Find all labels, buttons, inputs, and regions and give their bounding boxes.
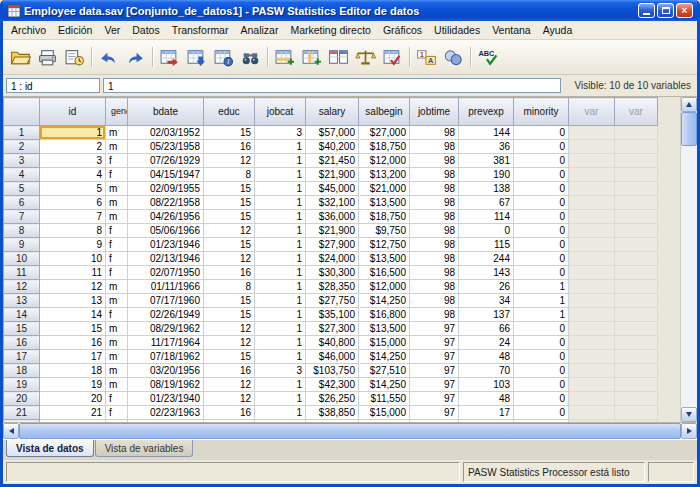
cell-14-var1[interactable] bbox=[569, 308, 615, 322]
minimize-button[interactable] bbox=[638, 3, 655, 18]
cell-1-educ[interactable]: 15 bbox=[204, 126, 255, 140]
cell-16-bdate[interactable]: 11/17/1964 bbox=[128, 336, 204, 350]
cell-9-prevexp[interactable]: 115 bbox=[459, 238, 514, 252]
cell-2-var1[interactable] bbox=[569, 140, 615, 154]
menu-item-ver[interactable]: Ver bbox=[98, 22, 126, 38]
cell-16-id[interactable]: 16 bbox=[40, 336, 106, 350]
row-header-18[interactable]: 18 bbox=[4, 364, 40, 378]
menu-item-archivo[interactable]: Archivo bbox=[5, 22, 52, 38]
cell-8-bdate[interactable]: 05/06/1966 bbox=[128, 224, 204, 238]
cell-8-prevexp[interactable]: 0 bbox=[459, 224, 514, 238]
cell-14-minority[interactable]: 1 bbox=[514, 308, 569, 322]
cell-2-gender[interactable]: m bbox=[106, 140, 128, 154]
cell-13-id[interactable]: 13 bbox=[40, 294, 106, 308]
cell-18-prevexp[interactable]: 70 bbox=[459, 364, 514, 378]
cell-4-var1[interactable] bbox=[569, 168, 615, 182]
cell-11-educ[interactable]: 16 bbox=[204, 266, 255, 280]
cell-18-jobcat[interactable]: 3 bbox=[255, 364, 306, 378]
cell-10-minority[interactable]: 0 bbox=[514, 252, 569, 266]
cell-14-gender[interactable]: f bbox=[106, 308, 128, 322]
cell-20-var1[interactable] bbox=[569, 392, 615, 406]
cell-5-var2[interactable] bbox=[615, 182, 658, 196]
cell-1-var1[interactable] bbox=[569, 126, 615, 140]
cell-6-gender[interactable]: m bbox=[106, 196, 128, 210]
scroll-down-button[interactable] bbox=[681, 407, 697, 422]
cell-16-jobcat[interactable]: 1 bbox=[255, 336, 306, 350]
cell-21-id[interactable]: 21 bbox=[40, 406, 106, 420]
cell-7-salbegin[interactable]: $18,750 bbox=[359, 210, 410, 224]
row-header-13[interactable]: 13 bbox=[4, 294, 40, 308]
find-button[interactable] bbox=[237, 44, 264, 70]
cell-19-var2[interactable] bbox=[615, 378, 658, 392]
cell-12-salbegin[interactable]: $12,000 bbox=[359, 280, 410, 294]
cell-9-minority[interactable]: 0 bbox=[514, 238, 569, 252]
cell-17-var1[interactable] bbox=[569, 350, 615, 364]
cell-7-prevexp[interactable]: 114 bbox=[459, 210, 514, 224]
cell-17-jobtime[interactable]: 97 bbox=[410, 350, 459, 364]
insert-variable-button[interactable] bbox=[298, 44, 325, 70]
cell-9-salary[interactable]: $27,900 bbox=[306, 238, 359, 252]
cell-9-jobcat[interactable]: 1 bbox=[255, 238, 306, 252]
cell-8-id[interactable]: 8 bbox=[40, 224, 106, 238]
column-header-minority[interactable]: minority bbox=[514, 98, 569, 126]
cell-7-gender[interactable]: m bbox=[106, 210, 128, 224]
menu-item-ayuda[interactable]: Ayuda bbox=[537, 22, 579, 38]
cell-15-var1[interactable] bbox=[569, 322, 615, 336]
cell-10-educ[interactable]: 12 bbox=[204, 252, 255, 266]
horizontal-scrollbar[interactable] bbox=[3, 422, 697, 439]
row-header-10[interactable]: 10 bbox=[4, 252, 40, 266]
cell-15-salary[interactable]: $27,300 bbox=[306, 322, 359, 336]
cell-2-minority[interactable]: 0 bbox=[514, 140, 569, 154]
cell-18-salbegin[interactable]: $27,510 bbox=[359, 364, 410, 378]
cell-15-salbegin[interactable]: $13,500 bbox=[359, 322, 410, 336]
cell-8-jobcat[interactable]: 1 bbox=[255, 224, 306, 238]
cell-5-educ[interactable]: 15 bbox=[204, 182, 255, 196]
cell-11-minority[interactable]: 0 bbox=[514, 266, 569, 280]
cell-2-jobcat[interactable]: 1 bbox=[255, 140, 306, 154]
column-header-jobcat[interactable]: jobcat bbox=[255, 98, 306, 126]
cell-8-gender[interactable]: f bbox=[106, 224, 128, 238]
cell-12-jobtime[interactable]: 98 bbox=[410, 280, 459, 294]
cell-4-bdate[interactable]: 04/15/1947 bbox=[128, 168, 204, 182]
cell-12-prevexp[interactable]: 26 bbox=[459, 280, 514, 294]
cell-14-jobtime[interactable]: 98 bbox=[410, 308, 459, 322]
cell-6-jobtime[interactable]: 98 bbox=[410, 196, 459, 210]
column-header-salbegin[interactable]: salbegin bbox=[359, 98, 410, 126]
cell-5-minority[interactable]: 0 bbox=[514, 182, 569, 196]
cell-5-prevexp[interactable]: 138 bbox=[459, 182, 514, 196]
cell-19-var1[interactable] bbox=[569, 378, 615, 392]
column-header-var1[interactable]: var bbox=[569, 98, 615, 126]
cell-4-gender[interactable]: f bbox=[106, 168, 128, 182]
split-file-button[interactable] bbox=[325, 44, 352, 70]
cell-3-var1[interactable] bbox=[569, 154, 615, 168]
cell-7-minority[interactable]: 0 bbox=[514, 210, 569, 224]
cell-7-salary[interactable]: $36,000 bbox=[306, 210, 359, 224]
menu-item-datos[interactable]: Datos bbox=[126, 22, 165, 38]
cell-16-jobtime[interactable]: 97 bbox=[410, 336, 459, 350]
cell-2-prevexp[interactable]: 36 bbox=[459, 140, 514, 154]
goto-variable-button[interactable] bbox=[183, 44, 210, 70]
cell-8-salary[interactable]: $21,900 bbox=[306, 224, 359, 238]
spell-check-button[interactable]: ABC bbox=[474, 44, 501, 70]
cell-18-var1[interactable] bbox=[569, 364, 615, 378]
cell-2-var2[interactable] bbox=[615, 140, 658, 154]
cell-18-minority[interactable]: 0 bbox=[514, 364, 569, 378]
cell-13-prevexp[interactable]: 34 bbox=[459, 294, 514, 308]
variables-button[interactable]: i bbox=[210, 44, 237, 70]
menu-item-utilidades[interactable]: Utilidades bbox=[428, 22, 486, 38]
cell-21-var1[interactable] bbox=[569, 406, 615, 420]
cell-20-prevexp[interactable]: 48 bbox=[459, 392, 514, 406]
menu-item-marketing-directo[interactable]: Marketing directo bbox=[284, 22, 377, 38]
cell-11-salary[interactable]: $30,300 bbox=[306, 266, 359, 280]
cell-9-var2[interactable] bbox=[615, 238, 658, 252]
row-header-19[interactable]: 19 bbox=[4, 378, 40, 392]
select-cases-button[interactable] bbox=[379, 44, 406, 70]
cell-20-jobcat[interactable]: 1 bbox=[255, 392, 306, 406]
cell-19-bdate[interactable]: 08/19/1962 bbox=[128, 378, 204, 392]
cell-20-minority[interactable]: 0 bbox=[514, 392, 569, 406]
cell-4-salbegin[interactable]: $13,200 bbox=[359, 168, 410, 182]
goto-case-button[interactable] bbox=[156, 44, 183, 70]
cell-2-id[interactable]: 2 bbox=[40, 140, 106, 154]
cell-14-id[interactable]: 14 bbox=[40, 308, 106, 322]
cell-7-bdate[interactable]: 04/26/1956 bbox=[128, 210, 204, 224]
